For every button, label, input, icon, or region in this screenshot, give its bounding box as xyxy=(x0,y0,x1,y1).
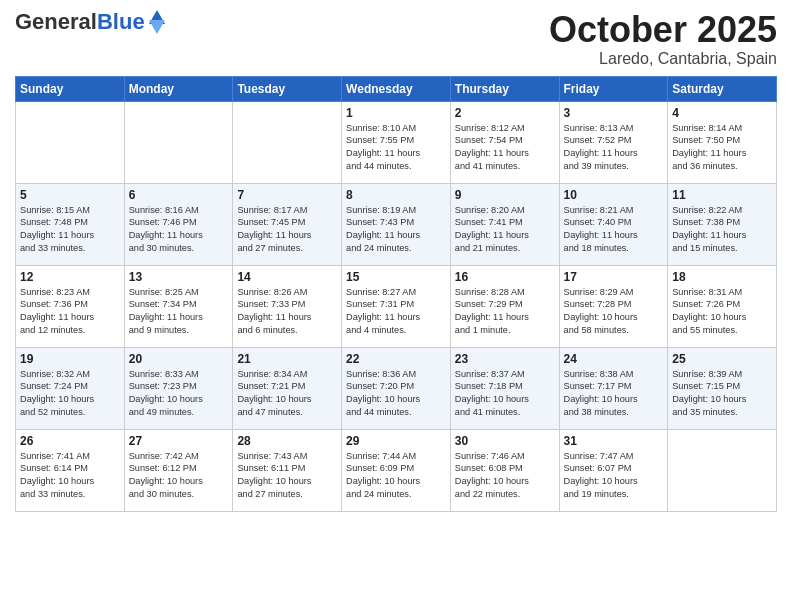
header: GeneralBlue October 2025 Laredo, Cantabr… xyxy=(15,10,777,68)
day-number: 17 xyxy=(564,270,664,284)
calendar-cell: 28Sunrise: 7:43 AM Sunset: 6:11 PM Dayli… xyxy=(233,429,342,511)
calendar-cell: 19Sunrise: 8:32 AM Sunset: 7:24 PM Dayli… xyxy=(16,347,125,429)
calendar-cell: 11Sunrise: 8:22 AM Sunset: 7:38 PM Dayli… xyxy=(668,183,777,265)
col-tuesday: Tuesday xyxy=(233,76,342,101)
day-number: 23 xyxy=(455,352,555,366)
day-number: 6 xyxy=(129,188,229,202)
day-info: Sunrise: 7:42 AM Sunset: 6:12 PM Dayligh… xyxy=(129,450,229,502)
day-number: 12 xyxy=(20,270,120,284)
day-info: Sunrise: 8:17 AM Sunset: 7:45 PM Dayligh… xyxy=(237,204,337,256)
week-row-3: 12Sunrise: 8:23 AM Sunset: 7:36 PM Dayli… xyxy=(16,265,777,347)
calendar-cell: 1Sunrise: 8:10 AM Sunset: 7:55 PM Daylig… xyxy=(342,101,451,183)
day-number: 2 xyxy=(455,106,555,120)
day-info: Sunrise: 7:47 AM Sunset: 6:07 PM Dayligh… xyxy=(564,450,664,502)
day-number: 21 xyxy=(237,352,337,366)
day-info: Sunrise: 8:33 AM Sunset: 7:23 PM Dayligh… xyxy=(129,368,229,420)
location-subtitle: Laredo, Cantabria, Spain xyxy=(549,50,777,68)
day-info: Sunrise: 8:25 AM Sunset: 7:34 PM Dayligh… xyxy=(129,286,229,338)
day-info: Sunrise: 7:44 AM Sunset: 6:09 PM Dayligh… xyxy=(346,450,446,502)
day-info: Sunrise: 8:34 AM Sunset: 7:21 PM Dayligh… xyxy=(237,368,337,420)
day-number: 31 xyxy=(564,434,664,448)
calendar-table: Sunday Monday Tuesday Wednesday Thursday… xyxy=(15,76,777,512)
calendar-cell: 25Sunrise: 8:39 AM Sunset: 7:15 PM Dayli… xyxy=(668,347,777,429)
calendar-cell: 24Sunrise: 8:38 AM Sunset: 7:17 PM Dayli… xyxy=(559,347,668,429)
week-row-1: 1Sunrise: 8:10 AM Sunset: 7:55 PM Daylig… xyxy=(16,101,777,183)
month-title: October 2025 xyxy=(549,10,777,50)
week-row-4: 19Sunrise: 8:32 AM Sunset: 7:24 PM Dayli… xyxy=(16,347,777,429)
day-number: 22 xyxy=(346,352,446,366)
logo-triangle-bottom xyxy=(149,20,165,34)
day-number: 29 xyxy=(346,434,446,448)
logo-text: GeneralBlue xyxy=(15,10,145,34)
col-saturday: Saturday xyxy=(668,76,777,101)
day-number: 8 xyxy=(346,188,446,202)
calendar-cell: 22Sunrise: 8:36 AM Sunset: 7:20 PM Dayli… xyxy=(342,347,451,429)
day-info: Sunrise: 8:15 AM Sunset: 7:48 PM Dayligh… xyxy=(20,204,120,256)
day-number: 26 xyxy=(20,434,120,448)
day-number: 25 xyxy=(672,352,772,366)
day-number: 27 xyxy=(129,434,229,448)
calendar-cell xyxy=(16,101,125,183)
calendar-cell: 21Sunrise: 8:34 AM Sunset: 7:21 PM Dayli… xyxy=(233,347,342,429)
day-number: 14 xyxy=(237,270,337,284)
day-info: Sunrise: 8:27 AM Sunset: 7:31 PM Dayligh… xyxy=(346,286,446,338)
week-row-5: 26Sunrise: 7:41 AM Sunset: 6:14 PM Dayli… xyxy=(16,429,777,511)
calendar-cell: 3Sunrise: 8:13 AM Sunset: 7:52 PM Daylig… xyxy=(559,101,668,183)
day-info: Sunrise: 8:28 AM Sunset: 7:29 PM Dayligh… xyxy=(455,286,555,338)
day-number: 28 xyxy=(237,434,337,448)
logo-general: General xyxy=(15,9,97,34)
col-monday: Monday xyxy=(124,76,233,101)
calendar-cell: 30Sunrise: 7:46 AM Sunset: 6:08 PM Dayli… xyxy=(450,429,559,511)
day-info: Sunrise: 8:12 AM Sunset: 7:54 PM Dayligh… xyxy=(455,122,555,174)
day-info: Sunrise: 8:39 AM Sunset: 7:15 PM Dayligh… xyxy=(672,368,772,420)
day-info: Sunrise: 7:41 AM Sunset: 6:14 PM Dayligh… xyxy=(20,450,120,502)
day-number: 5 xyxy=(20,188,120,202)
calendar-cell: 20Sunrise: 8:33 AM Sunset: 7:23 PM Dayli… xyxy=(124,347,233,429)
calendar-cell: 4Sunrise: 8:14 AM Sunset: 7:50 PM Daylig… xyxy=(668,101,777,183)
logo: GeneralBlue xyxy=(15,10,165,34)
calendar-cell: 10Sunrise: 8:21 AM Sunset: 7:40 PM Dayli… xyxy=(559,183,668,265)
day-info: Sunrise: 7:43 AM Sunset: 6:11 PM Dayligh… xyxy=(237,450,337,502)
calendar-cell: 31Sunrise: 7:47 AM Sunset: 6:07 PM Dayli… xyxy=(559,429,668,511)
page: GeneralBlue October 2025 Laredo, Cantabr… xyxy=(0,0,792,612)
calendar-cell: 14Sunrise: 8:26 AM Sunset: 7:33 PM Dayli… xyxy=(233,265,342,347)
day-number: 7 xyxy=(237,188,337,202)
day-info: Sunrise: 8:10 AM Sunset: 7:55 PM Dayligh… xyxy=(346,122,446,174)
day-number: 20 xyxy=(129,352,229,366)
day-number: 18 xyxy=(672,270,772,284)
day-number: 1 xyxy=(346,106,446,120)
day-number: 16 xyxy=(455,270,555,284)
day-number: 11 xyxy=(672,188,772,202)
calendar-cell: 13Sunrise: 8:25 AM Sunset: 7:34 PM Dayli… xyxy=(124,265,233,347)
day-number: 24 xyxy=(564,352,664,366)
day-number: 4 xyxy=(672,106,772,120)
logo-blue: Blue xyxy=(97,9,145,34)
calendar-cell xyxy=(124,101,233,183)
day-info: Sunrise: 8:31 AM Sunset: 7:26 PM Dayligh… xyxy=(672,286,772,338)
calendar-cell: 18Sunrise: 8:31 AM Sunset: 7:26 PM Dayli… xyxy=(668,265,777,347)
day-info: Sunrise: 8:36 AM Sunset: 7:20 PM Dayligh… xyxy=(346,368,446,420)
calendar-cell: 8Sunrise: 8:19 AM Sunset: 7:43 PM Daylig… xyxy=(342,183,451,265)
col-sunday: Sunday xyxy=(16,76,125,101)
day-info: Sunrise: 8:26 AM Sunset: 7:33 PM Dayligh… xyxy=(237,286,337,338)
day-info: Sunrise: 8:38 AM Sunset: 7:17 PM Dayligh… xyxy=(564,368,664,420)
calendar-cell: 9Sunrise: 8:20 AM Sunset: 7:41 PM Daylig… xyxy=(450,183,559,265)
day-number: 3 xyxy=(564,106,664,120)
calendar-cell: 27Sunrise: 7:42 AM Sunset: 6:12 PM Dayli… xyxy=(124,429,233,511)
day-info: Sunrise: 8:21 AM Sunset: 7:40 PM Dayligh… xyxy=(564,204,664,256)
day-info: Sunrise: 8:37 AM Sunset: 7:18 PM Dayligh… xyxy=(455,368,555,420)
day-info: Sunrise: 8:23 AM Sunset: 7:36 PM Dayligh… xyxy=(20,286,120,338)
day-info: Sunrise: 8:32 AM Sunset: 7:24 PM Dayligh… xyxy=(20,368,120,420)
col-wednesday: Wednesday xyxy=(342,76,451,101)
title-area: October 2025 Laredo, Cantabria, Spain xyxy=(549,10,777,68)
calendar-cell: 6Sunrise: 8:16 AM Sunset: 7:46 PM Daylig… xyxy=(124,183,233,265)
calendar-cell: 26Sunrise: 7:41 AM Sunset: 6:14 PM Dayli… xyxy=(16,429,125,511)
day-number: 13 xyxy=(129,270,229,284)
calendar-header-row: Sunday Monday Tuesday Wednesday Thursday… xyxy=(16,76,777,101)
week-row-2: 5Sunrise: 8:15 AM Sunset: 7:48 PM Daylig… xyxy=(16,183,777,265)
day-number: 10 xyxy=(564,188,664,202)
day-info: Sunrise: 8:29 AM Sunset: 7:28 PM Dayligh… xyxy=(564,286,664,338)
col-friday: Friday xyxy=(559,76,668,101)
calendar-cell: 16Sunrise: 8:28 AM Sunset: 7:29 PM Dayli… xyxy=(450,265,559,347)
calendar-cell: 5Sunrise: 8:15 AM Sunset: 7:48 PM Daylig… xyxy=(16,183,125,265)
